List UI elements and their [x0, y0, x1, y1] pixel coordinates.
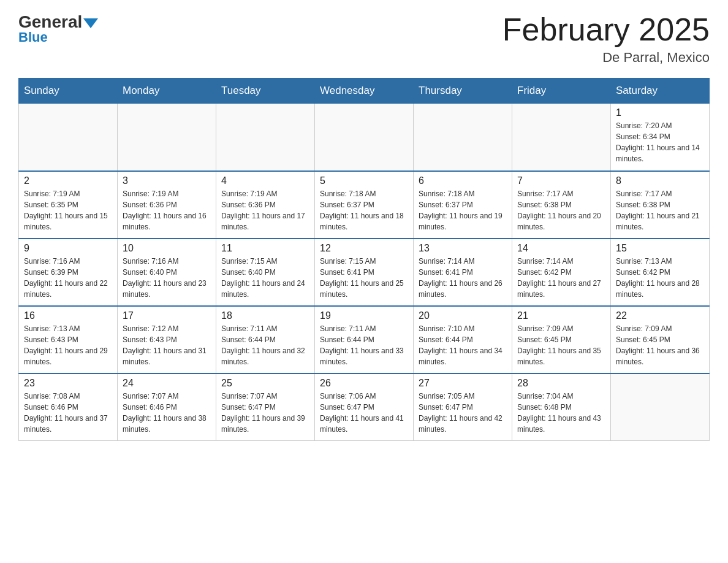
- calendar-cell: 27Sunrise: 7:05 AM Sunset: 6:47 PM Dayli…: [414, 373, 512, 441]
- day-number: 9: [24, 243, 112, 254]
- calendar-cell: 10Sunrise: 7:16 AM Sunset: 6:40 PM Dayli…: [118, 239, 216, 306]
- day-number: 3: [123, 175, 211, 186]
- day-info: Sunrise: 7:17 AM Sunset: 6:38 PM Dayligh…: [517, 188, 605, 232]
- day-number: 20: [419, 310, 507, 321]
- calendar-cell: 3Sunrise: 7:19 AM Sunset: 6:36 PM Daylig…: [118, 171, 216, 239]
- day-number: 6: [419, 175, 507, 186]
- calendar-week-row: 2Sunrise: 7:19 AM Sunset: 6:35 PM Daylig…: [19, 171, 710, 239]
- day-number: 23: [24, 378, 112, 389]
- calendar-table: SundayMondayTuesdayWednesdayThursdayFrid…: [18, 78, 710, 441]
- day-number: 10: [123, 243, 211, 254]
- calendar-cell: 11Sunrise: 7:15 AM Sunset: 6:40 PM Dayli…: [216, 239, 315, 306]
- day-number: 14: [517, 243, 605, 254]
- day-header-sunday: Sunday: [19, 79, 118, 104]
- calendar-cell: 24Sunrise: 7:07 AM Sunset: 6:46 PM Dayli…: [118, 373, 216, 441]
- day-info: Sunrise: 7:17 AM Sunset: 6:38 PM Dayligh…: [616, 188, 704, 232]
- day-header-wednesday: Wednesday: [315, 79, 414, 104]
- title-section: February 2025 De Parral, Mexico: [502, 12, 710, 66]
- calendar-cell: 8Sunrise: 7:17 AM Sunset: 6:38 PM Daylig…: [611, 171, 710, 239]
- day-number: 22: [616, 310, 704, 321]
- day-info: Sunrise: 7:09 AM Sunset: 6:45 PM Dayligh…: [616, 323, 704, 367]
- calendar-cell: 2Sunrise: 7:19 AM Sunset: 6:35 PM Daylig…: [19, 171, 118, 239]
- day-number: 28: [517, 378, 605, 389]
- calendar-cell: [19, 104, 118, 171]
- calendar-cell: 22Sunrise: 7:09 AM Sunset: 6:45 PM Dayli…: [611, 306, 710, 373]
- location-text: De Parral, Mexico: [502, 50, 710, 66]
- logo-blue-text: Blue: [18, 29, 48, 45]
- day-info: Sunrise: 7:11 AM Sunset: 6:44 PM Dayligh…: [320, 323, 408, 367]
- day-number: 12: [320, 243, 408, 254]
- day-info: Sunrise: 7:15 AM Sunset: 6:41 PM Dayligh…: [320, 256, 408, 300]
- calendar-week-row: 1Sunrise: 7:20 AM Sunset: 6:34 PM Daylig…: [19, 104, 710, 171]
- day-number: 19: [320, 310, 408, 321]
- day-header-saturday: Saturday: [611, 79, 710, 104]
- day-info: Sunrise: 7:13 AM Sunset: 6:43 PM Dayligh…: [24, 323, 112, 367]
- calendar-cell: 12Sunrise: 7:15 AM Sunset: 6:41 PM Dayli…: [315, 239, 414, 306]
- day-header-monday: Monday: [118, 79, 216, 104]
- calendar-cell: 20Sunrise: 7:10 AM Sunset: 6:44 PM Dayli…: [414, 306, 512, 373]
- day-info: Sunrise: 7:07 AM Sunset: 6:46 PM Dayligh…: [123, 391, 211, 435]
- calendar-header-row: SundayMondayTuesdayWednesdayThursdayFrid…: [19, 79, 710, 104]
- calendar-week-row: 9Sunrise: 7:16 AM Sunset: 6:39 PM Daylig…: [19, 239, 710, 306]
- day-info: Sunrise: 7:13 AM Sunset: 6:42 PM Dayligh…: [616, 256, 704, 300]
- calendar-cell: [118, 104, 216, 171]
- day-info: Sunrise: 7:19 AM Sunset: 6:36 PM Dayligh…: [123, 188, 211, 232]
- calendar-cell: [315, 104, 414, 171]
- day-info: Sunrise: 7:14 AM Sunset: 6:42 PM Dayligh…: [517, 256, 605, 300]
- day-info: Sunrise: 7:15 AM Sunset: 6:40 PM Dayligh…: [221, 256, 309, 300]
- day-number: 18: [221, 310, 309, 321]
- calendar-cell: 17Sunrise: 7:12 AM Sunset: 6:43 PM Dayli…: [118, 306, 216, 373]
- page-header: General Blue February 2025 De Parral, Me…: [18, 12, 710, 66]
- month-title: February 2025: [502, 12, 710, 47]
- day-number: 16: [24, 310, 112, 321]
- day-number: 25: [221, 378, 309, 389]
- day-info: Sunrise: 7:04 AM Sunset: 6:48 PM Dayligh…: [517, 391, 605, 435]
- day-info: Sunrise: 7:12 AM Sunset: 6:43 PM Dayligh…: [123, 323, 211, 367]
- day-number: 2: [24, 175, 112, 186]
- day-number: 4: [221, 175, 309, 186]
- day-info: Sunrise: 7:10 AM Sunset: 6:44 PM Dayligh…: [419, 323, 507, 367]
- day-number: 13: [419, 243, 507, 254]
- calendar-cell: 13Sunrise: 7:14 AM Sunset: 6:41 PM Dayli…: [414, 239, 512, 306]
- calendar-cell: 16Sunrise: 7:13 AM Sunset: 6:43 PM Dayli…: [19, 306, 118, 373]
- day-info: Sunrise: 7:20 AM Sunset: 6:34 PM Dayligh…: [616, 120, 704, 164]
- logo: General Blue: [18, 12, 98, 45]
- day-info: Sunrise: 7:08 AM Sunset: 6:46 PM Dayligh…: [24, 391, 112, 435]
- day-header-friday: Friday: [512, 79, 611, 104]
- calendar-cell: 18Sunrise: 7:11 AM Sunset: 6:44 PM Dayli…: [216, 306, 315, 373]
- calendar-cell: 26Sunrise: 7:06 AM Sunset: 6:47 PM Dayli…: [315, 373, 414, 441]
- calendar-cell: [414, 104, 512, 171]
- day-number: 15: [616, 243, 704, 254]
- day-info: Sunrise: 7:09 AM Sunset: 6:45 PM Dayligh…: [517, 323, 605, 367]
- day-info: Sunrise: 7:11 AM Sunset: 6:44 PM Dayligh…: [221, 323, 309, 367]
- day-number: 17: [123, 310, 211, 321]
- day-header-thursday: Thursday: [414, 79, 512, 104]
- day-info: Sunrise: 7:06 AM Sunset: 6:47 PM Dayligh…: [320, 391, 408, 435]
- calendar-cell: 4Sunrise: 7:19 AM Sunset: 6:36 PM Daylig…: [216, 171, 315, 239]
- day-info: Sunrise: 7:07 AM Sunset: 6:47 PM Dayligh…: [221, 391, 309, 435]
- day-number: 27: [419, 378, 507, 389]
- day-info: Sunrise: 7:18 AM Sunset: 6:37 PM Dayligh…: [320, 188, 408, 232]
- calendar-cell: 21Sunrise: 7:09 AM Sunset: 6:45 PM Dayli…: [512, 306, 611, 373]
- day-info: Sunrise: 7:14 AM Sunset: 6:41 PM Dayligh…: [419, 256, 507, 300]
- calendar-cell: 28Sunrise: 7:04 AM Sunset: 6:48 PM Dayli…: [512, 373, 611, 441]
- calendar-cell: 15Sunrise: 7:13 AM Sunset: 6:42 PM Dayli…: [611, 239, 710, 306]
- calendar-cell: [611, 373, 710, 441]
- day-info: Sunrise: 7:19 AM Sunset: 6:36 PM Dayligh…: [221, 188, 309, 232]
- calendar-week-row: 23Sunrise: 7:08 AM Sunset: 6:46 PM Dayli…: [19, 373, 710, 441]
- day-number: 7: [517, 175, 605, 186]
- day-number: 1: [616, 107, 704, 118]
- calendar-cell: 1Sunrise: 7:20 AM Sunset: 6:34 PM Daylig…: [611, 104, 710, 171]
- calendar-cell: 6Sunrise: 7:18 AM Sunset: 6:37 PM Daylig…: [414, 171, 512, 239]
- day-number: 11: [221, 243, 309, 254]
- day-info: Sunrise: 7:18 AM Sunset: 6:37 PM Dayligh…: [419, 188, 507, 232]
- calendar-cell: 7Sunrise: 7:17 AM Sunset: 6:38 PM Daylig…: [512, 171, 611, 239]
- calendar-cell: [512, 104, 611, 171]
- calendar-cell: 19Sunrise: 7:11 AM Sunset: 6:44 PM Dayli…: [315, 306, 414, 373]
- calendar-cell: 25Sunrise: 7:07 AM Sunset: 6:47 PM Dayli…: [216, 373, 315, 441]
- calendar-cell: 23Sunrise: 7:08 AM Sunset: 6:46 PM Dayli…: [19, 373, 118, 441]
- calendar-cell: 5Sunrise: 7:18 AM Sunset: 6:37 PM Daylig…: [315, 171, 414, 239]
- day-info: Sunrise: 7:05 AM Sunset: 6:47 PM Dayligh…: [419, 391, 507, 435]
- calendar-week-row: 16Sunrise: 7:13 AM Sunset: 6:43 PM Dayli…: [19, 306, 710, 373]
- day-number: 5: [320, 175, 408, 186]
